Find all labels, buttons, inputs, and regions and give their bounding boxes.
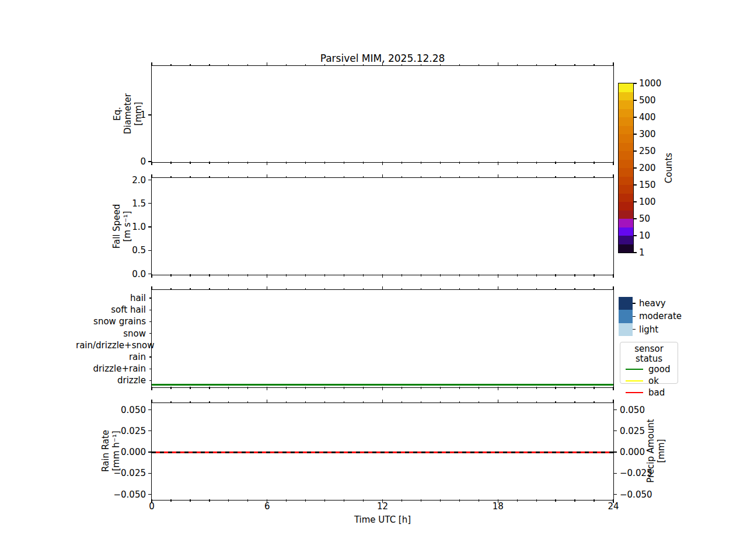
x-tick-mark: [479, 64, 479, 66]
colorbar-counts-tick-mark: [634, 252, 637, 253]
colorbar-counts-tick-mark: [634, 150, 637, 151]
colorbar-counts-band: [619, 109, 633, 118]
x-tick-mark: [344, 387, 344, 389]
x-tick-mark: [247, 274, 248, 276]
legend-title: sensor status: [620, 344, 678, 363]
x-tick-mark: [459, 387, 460, 389]
colorbar-counts-tick-mark: [634, 134, 637, 134]
x-tick-mark: [363, 64, 364, 66]
colorbar-counts-tick-label: 400: [639, 113, 656, 122]
ytick-precip-amount-label: 0.000: [620, 448, 645, 457]
x-tick-mark: [170, 401, 171, 404]
colorbar-counts-band: [619, 177, 633, 186]
x-tick-mark: [305, 499, 306, 502]
x-tick-mark: [363, 288, 364, 290]
colorbar-intensity-tick-label: heavy: [639, 299, 666, 308]
x-tick-mark: [228, 288, 229, 290]
x-tick-mark: [305, 288, 306, 290]
x-tick-mark: [363, 274, 364, 276]
colorbar-counts: [618, 83, 634, 253]
ytick-precip-type-label: rain: [76, 353, 146, 362]
x-tick-mark: [363, 499, 364, 502]
colorbar-counts-band: [619, 160, 633, 169]
ytick-rain-rate-label: 0.050: [76, 405, 146, 414]
ytick-fall-speed-mark: [148, 250, 152, 251]
legend-line-bad: [626, 392, 643, 394]
x-tick-mark: [286, 274, 287, 276]
x-tick-mark: [536, 274, 537, 276]
ytick-precip-type-label: snow grains: [76, 317, 146, 326]
ytick-precip-amount-mark: [613, 494, 617, 495]
ytick-precip-type-mark: [149, 333, 152, 334]
ytick-precip-amount-label: 0.050: [620, 405, 645, 414]
x-tick-mark: [170, 288, 171, 290]
ytick-eq-diameter-label: 1: [76, 111, 146, 120]
x-tick-mark: [286, 162, 287, 164]
x-tick-mark: [479, 288, 479, 290]
x-tick-mark: [402, 176, 402, 178]
x-tick-mark: [440, 176, 441, 178]
x-tick-mark: [247, 288, 248, 290]
ytick-precip-amount-mark: [613, 410, 617, 410]
x-tick-mark: [324, 401, 325, 404]
x-tick-mark: [267, 274, 267, 278]
x-tick-mark: [459, 274, 460, 276]
x-tick-mark: [286, 64, 287, 66]
x-tick-mark: [267, 387, 267, 390]
x-tick-mark: [517, 288, 518, 290]
x-tick-mark: [498, 400, 498, 403]
colorbar-intensity-band: [619, 297, 633, 310]
x-tick-mark: [151, 387, 152, 390]
x-tick-mark: [190, 274, 190, 276]
colorbar-counts-tick-mark: [634, 218, 637, 219]
x-tick-mark: [459, 499, 460, 502]
ytick-precip-type-label: drizzle+rain: [76, 365, 146, 373]
ytick-eq-diameter-mark: [148, 114, 152, 115]
ytick-precip-type-label: hail: [76, 294, 146, 303]
colorbar-counts-tick-mark: [634, 184, 637, 185]
colorbar-counts-band: [619, 126, 633, 135]
x-tick-mark: [402, 162, 402, 164]
ytick-rain-rate-label: 0.000: [76, 448, 146, 457]
x-tick-mark: [247, 387, 248, 389]
x-tick-mark: [324, 274, 325, 276]
x-tick-mark: [517, 387, 518, 389]
x-tick-mark: [613, 286, 613, 290]
x-tick-mark: [459, 176, 460, 178]
x-tick-mark: [479, 401, 479, 404]
colorbar-intensity: [619, 297, 633, 336]
ytick-precip-type-label: rain/drizzle+snow: [76, 341, 146, 349]
x-tick-mark: [536, 499, 537, 502]
x-tick-mark: [498, 286, 498, 290]
x-tick-label: 6: [264, 502, 270, 511]
x-tick-mark: [613, 62, 613, 66]
legend-row-ok: ok: [620, 375, 678, 387]
x-tick-mark: [344, 401, 344, 404]
x-tick-mark: [247, 64, 248, 66]
colorbar-counts-tick-label: 250: [639, 147, 656, 156]
colorbar-counts-band: [619, 244, 633, 253]
x-tick-mark: [190, 176, 190, 178]
x-tick-mark: [574, 288, 575, 290]
ytick-rain-rate-label: 0.025: [76, 426, 146, 435]
x-tick-mark: [344, 288, 344, 290]
x-tick-mark: [498, 387, 498, 390]
x-tick-mark: [305, 176, 306, 178]
legend-label-ok: ok: [648, 377, 659, 386]
legend-label-bad: bad: [648, 388, 665, 397]
colorbar-counts-band: [619, 228, 633, 236]
x-tick-mark: [324, 499, 325, 502]
x-tick-mark: [498, 62, 498, 66]
x-tick-mark: [382, 286, 383, 290]
x-tick-mark: [555, 401, 556, 404]
x-tick-mark: [594, 176, 594, 178]
x-tick-mark: [555, 162, 556, 164]
x-tick-mark: [305, 274, 306, 276]
x-tick-label: 24: [608, 502, 619, 511]
x-tick-mark: [382, 400, 383, 403]
ytick-rain-rate-label: −0.050: [76, 490, 146, 499]
ytick-eq-diameter-mark: [148, 161, 152, 162]
x-tick-mark: [382, 274, 383, 278]
x-tick-mark: [324, 64, 325, 66]
x-tick-mark: [190, 288, 190, 290]
